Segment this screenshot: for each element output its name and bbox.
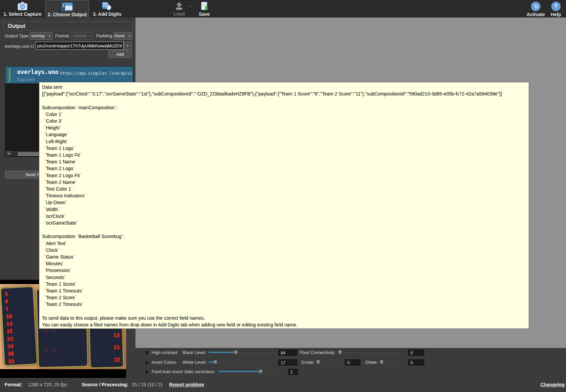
ghost-digits: 88 88 <box>43 346 56 356</box>
tab-select-capture[interactable]: 1. Select Capture <box>1 0 44 17</box>
output-item-status: Data sent <box>17 77 34 82</box>
high-contrast-checkbox[interactable] <box>145 351 149 355</box>
tooltip-payload: [{"payload":{"ocrClock":"3:17","ocrGameS… <box>42 90 526 97</box>
report-problem-link[interactable]: Report problem <box>169 382 204 387</box>
scoreboard-panel-left: 56710131523243655 <box>0 286 38 366</box>
pixel-connectivity-slider[interactable] <box>338 350 403 354</box>
main-composition-field-list: `Color 1``Color 3``Height``Language``Lef… <box>42 111 526 226</box>
main-toolbar: 1. Select Capture 2. Choose Output <box>0 0 566 17</box>
padding-dropdown[interactable]: None ▼ <box>113 32 132 40</box>
processing-status-value: 25 / 25 (10 / 2) <box>132 382 162 387</box>
load-dropdown-chevron[interactable]: ▼ <box>189 5 192 8</box>
scorebug-field-list: `Alert Text``Clock``Game Status``Minutes… <box>42 240 526 308</box>
led-digit: 55 <box>8 358 14 365</box>
erode-slider[interactable] <box>316 360 341 364</box>
output-item-name: overlays.uno <box>17 69 58 75</box>
load-button[interactable]: Load <box>171 0 188 17</box>
composition-field: `Team 2 Timeouts` <box>42 301 526 308</box>
tooltip-footer-2: You can easily choose a filed names from… <box>42 321 526 328</box>
black-level-slider[interactable] <box>209 350 276 354</box>
cart-icon <box>531 2 540 11</box>
changelog-link[interactable]: Changelog <box>540 382 565 387</box>
composition-field: `Team 2 Score` <box>42 294 526 301</box>
led-digit: 13 <box>6 320 12 328</box>
chevron-down-icon: ▼ <box>89 35 92 38</box>
monitor-icon <box>62 2 73 11</box>
load-icon <box>174 2 184 10</box>
tab-label: 3. Add Digits <box>93 11 121 17</box>
format-status-value: 1280 x 720, 25 fps <box>28 382 67 387</box>
composition-field: `ocrGameState` <box>42 220 526 226</box>
italic-correction-value[interactable]: 1 <box>287 368 299 376</box>
composition-field: `Height` <box>42 124 526 131</box>
composition-field: `Left-Right` <box>42 138 526 145</box>
save-label: Save <box>199 11 210 17</box>
composition-field: `Team 1 Timeouts` <box>42 287 526 294</box>
dilate-value[interactable]: 0 <box>407 359 425 366</box>
activate-button[interactable]: Activate <box>524 0 548 17</box>
composition-field: `Color 1` <box>42 111 526 118</box>
composition-field: `ocrClock` <box>42 213 526 220</box>
scroll-left-button[interactable]: ◄ <box>6 151 11 156</box>
composition-field: `Team 1 Name` <box>42 158 526 165</box>
composition-field: `Team 2 Logo Fit` <box>42 172 526 179</box>
tooltip-title: Data sent <box>42 84 526 90</box>
output-type-dropdown[interactable]: overlay ▼ <box>30 32 52 40</box>
help-icon: ? <box>551 2 561 11</box>
led-digit: 23 <box>7 335 13 343</box>
url-dropdown-arrow[interactable]: ▼ <box>124 42 132 50</box>
processing-status-label: Source / Processing: <box>82 382 128 387</box>
italic-correction-slider[interactable] <box>219 369 286 374</box>
tab-label: 2. Choose Output <box>48 12 87 17</box>
led-digit: 22 <box>114 353 120 366</box>
pixel-connectivity-value[interactable]: 0 <box>407 349 425 356</box>
black-level-value[interactable]: 84 <box>278 349 298 356</box>
composition-field: `Minutes` <box>42 260 526 267</box>
led-digit: 21 <box>114 341 120 354</box>
composition-field: `Alert Text` <box>42 240 526 247</box>
erode-value[interactable]: 0 <box>344 359 361 366</box>
tab-choose-output[interactable]: 2. Choose Output <box>45 0 89 17</box>
composition-field: `Color 3` <box>42 118 526 124</box>
format-value: overlay <box>73 34 88 38</box>
output-list-item[interactable]: overlays.uno https://app.singular.live/a… <box>5 67 133 83</box>
main-composition-header: Subcomposition `mainComposition`: <box>42 104 526 111</box>
help-button[interactable]: ? Help <box>548 0 564 17</box>
status-indicator-bar <box>9 68 10 82</box>
composition-field: `Timeout Indicators` <box>42 192 526 199</box>
white-level-value[interactable]: 17 <box>278 359 298 366</box>
save-icon <box>200 2 209 11</box>
led-digit-column-left: 56710131523243655 <box>4 290 14 365</box>
composition-field: `Team 1 Logo Fit` <box>42 152 526 158</box>
dilate-label: Dilate: <box>365 360 378 365</box>
composition-field: `Team 2 Name` <box>42 179 526 186</box>
led-digit: 10 <box>6 313 12 320</box>
chevron-down-icon: ▼ <box>128 35 131 38</box>
load-label: Load <box>173 11 185 16</box>
composition-field: `Width` <box>42 206 526 213</box>
format-dropdown: overlay ▼ <box>71 32 93 40</box>
composition-field: `Team 1 Score` <box>42 281 526 287</box>
padding-value: None <box>115 34 127 38</box>
white-level-label: White Level: <box>183 360 207 365</box>
padding-label: Padding <box>96 33 112 38</box>
toolbar-spacer <box>213 0 524 17</box>
data-sent-tooltip: Data sent [{"payload":{"ocrClock":"3:17"… <box>39 82 529 329</box>
white-level-slider[interactable] <box>209 360 276 364</box>
save-button[interactable]: Save <box>196 0 213 17</box>
url-input[interactable] <box>36 42 124 50</box>
invert-colors-checkbox[interactable] <box>145 360 149 365</box>
output-panel-title: Output <box>3 22 133 31</box>
field-auto-invert-checkbox[interactable] <box>145 370 149 374</box>
field-auto-invert-label: Field Auto invert <box>152 369 183 374</box>
keypad-hand-icon <box>102 2 113 11</box>
dilate-slider[interactable] <box>380 360 403 364</box>
composition-field: `Up-Down` <box>42 199 526 206</box>
chevron-down-icon: ▼ <box>48 35 51 38</box>
composition-field: `Team 1 Logo` <box>42 145 526 152</box>
tab-add-digits[interactable]: 3. Add Digits <box>90 0 124 17</box>
led-digit: 24 <box>7 343 14 350</box>
app-window: 1. Select Capture 2. Choose Output <box>0 0 566 392</box>
add-button[interactable]: Add <box>108 50 132 58</box>
led-digit: 15 <box>6 327 13 335</box>
